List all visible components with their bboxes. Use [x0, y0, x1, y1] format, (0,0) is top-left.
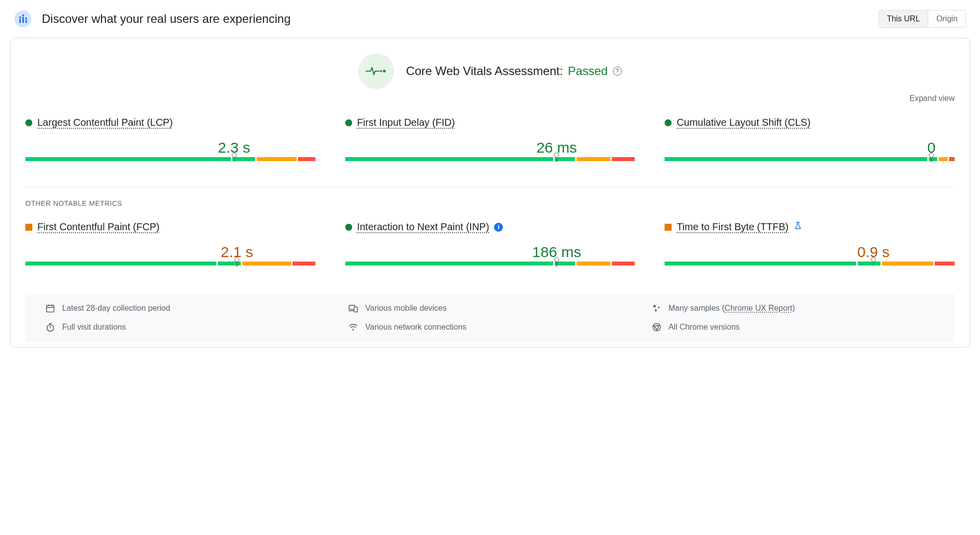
bar-segment [577, 262, 611, 266]
bar-segment [298, 157, 315, 161]
metric-value-row: 2.3 s [25, 136, 315, 157]
bar-segment [555, 262, 575, 266]
bar-segment [293, 262, 315, 266]
svg-rect-10 [47, 305, 54, 312]
bar-segment [939, 157, 947, 161]
bar-marker-icon [554, 153, 559, 158]
metric-header: Cumulative Layout Shift (CLS) [665, 117, 955, 128]
metric-header: Time to First Byte (TTFB) [665, 221, 955, 233]
bar-marker-icon [232, 153, 237, 158]
footer-samples-prefix: Many samples ( [669, 304, 725, 312]
svg-point-24 [353, 329, 354, 330]
assessment-pulse-icon [358, 53, 394, 89]
bar-segment [935, 262, 955, 266]
stopwatch-icon [45, 322, 55, 332]
bar-segment [555, 157, 575, 161]
wifi-icon [348, 322, 358, 332]
svg-point-8 [383, 70, 386, 73]
distribution-bar [345, 262, 635, 273]
svg-rect-15 [354, 307, 358, 312]
chrome-icon [652, 322, 662, 332]
bar-segment [218, 262, 241, 266]
metric-name[interactable]: Interaction to Next Paint (INP) [357, 221, 490, 233]
footer-box: Latest 28-day collection period Various … [25, 293, 955, 342]
other-metrics-label: OTHER NOTABLE METRICS [25, 199, 955, 207]
distribution-bar [345, 157, 635, 169]
other-metrics-grid: First Contentful Paint (FCP)2.1 sInterac… [25, 221, 955, 273]
footer-period-text: Latest 28-day collection period [62, 304, 170, 313]
expand-row: Expand view [25, 94, 955, 103]
bar-segment [949, 157, 955, 161]
footer-network: Various network connections [348, 322, 631, 332]
metric-card: Interaction to Next Paint (INP)i186 ms [345, 221, 635, 273]
bar-segment [665, 262, 856, 266]
expand-view-link[interactable]: Expand view [909, 94, 955, 102]
assessment-text: Core Web Vitals Assessment: Passed ? [406, 64, 621, 78]
metric-name[interactable]: Time to First Byte (TTFB) [677, 221, 788, 233]
metric-card: First Input Delay (FID)26 ms [345, 117, 635, 169]
svg-rect-1 [19, 19, 21, 23]
devices-icon [348, 303, 358, 313]
metric-name[interactable]: Cumulative Layout Shift (CLS) [677, 117, 810, 128]
assessment-label: Core Web Vitals Assessment: [406, 64, 563, 78]
toggle-this-url[interactable]: This URL [879, 10, 928, 27]
footer-samples: Many samples (Chrome UX Report) [652, 303, 935, 313]
status-dot-green-icon [25, 119, 32, 126]
scatter-icon [652, 303, 662, 313]
bar-marker-icon [554, 257, 559, 262]
info-icon[interactable]: i [494, 223, 503, 232]
bar-segment [665, 157, 927, 161]
bar-segment [25, 262, 216, 266]
crux-report-link[interactable]: Chrome UX Report [725, 304, 792, 312]
distribution-bar [665, 157, 955, 169]
distribution-bar [25, 262, 315, 273]
bar-segment [612, 262, 635, 266]
page-title: Discover what your real users are experi… [42, 12, 291, 26]
footer-devices-text: Various mobile devices [365, 304, 446, 313]
footer-samples-suffix: ) [792, 304, 795, 312]
bar-segment [345, 262, 554, 266]
bar-segment [577, 157, 611, 161]
metric-card: First Contentful Paint (FCP)2.1 s [25, 221, 315, 273]
svg-point-4 [19, 16, 21, 18]
footer-network-text: Various network connections [365, 323, 466, 332]
metric-name[interactable]: First Contentful Paint (FCP) [37, 221, 160, 233]
core-metrics-grid: Largest Contentful Paint (LCP)2.3 sFirst… [25, 117, 955, 169]
bar-marker-icon [234, 257, 239, 262]
help-icon[interactable]: ? [613, 67, 622, 76]
assessment-status: Passed [568, 64, 608, 78]
metric-value-row: 186 ms [345, 241, 635, 262]
metric-value-row: 26 ms [345, 136, 635, 157]
metric-card: Time to First Byte (TTFB)0.9 s [665, 221, 955, 273]
svg-rect-2 [22, 17, 24, 23]
bar-marker-icon [871, 257, 876, 262]
divider [25, 187, 955, 187]
bar-segment [858, 262, 881, 266]
svg-point-19 [655, 309, 657, 311]
toggle-origin[interactable]: Origin [928, 10, 966, 27]
bar-segment [242, 262, 291, 266]
footer-devices: Various mobile devices [348, 303, 631, 313]
bar-segment [232, 157, 255, 161]
metric-value-row: 0 [665, 136, 955, 157]
page-header: Discover what your real users are experi… [10, 10, 970, 28]
bar-segment [612, 157, 635, 161]
footer-versions: All Chrome versions [652, 322, 935, 332]
footer-durations-text: Full visit durations [62, 323, 126, 332]
svg-rect-3 [25, 20, 27, 23]
status-dot-green-icon [345, 224, 352, 231]
footer-versions-text: All Chrome versions [669, 323, 740, 332]
status-square-orange-icon [665, 224, 672, 231]
metric-header: Interaction to Next Paint (INP)i [345, 221, 635, 233]
status-dot-green-icon [345, 119, 352, 126]
metric-header: First Contentful Paint (FCP) [25, 221, 315, 233]
metric-name[interactable]: Largest Contentful Paint (LCP) [37, 117, 173, 128]
distribution-bar [25, 157, 315, 169]
header-left: Discover what your real users are experi… [14, 10, 291, 28]
vitals-panel: Core Web Vitals Assessment: Passed ? Exp… [10, 38, 970, 348]
bar-segment [882, 262, 933, 266]
flask-icon[interactable] [793, 221, 802, 233]
metric-name[interactable]: First Input Delay (FID) [357, 117, 455, 128]
scope-toggle: This URL Origin [879, 10, 966, 28]
footer-period: Latest 28-day collection period [45, 303, 328, 313]
